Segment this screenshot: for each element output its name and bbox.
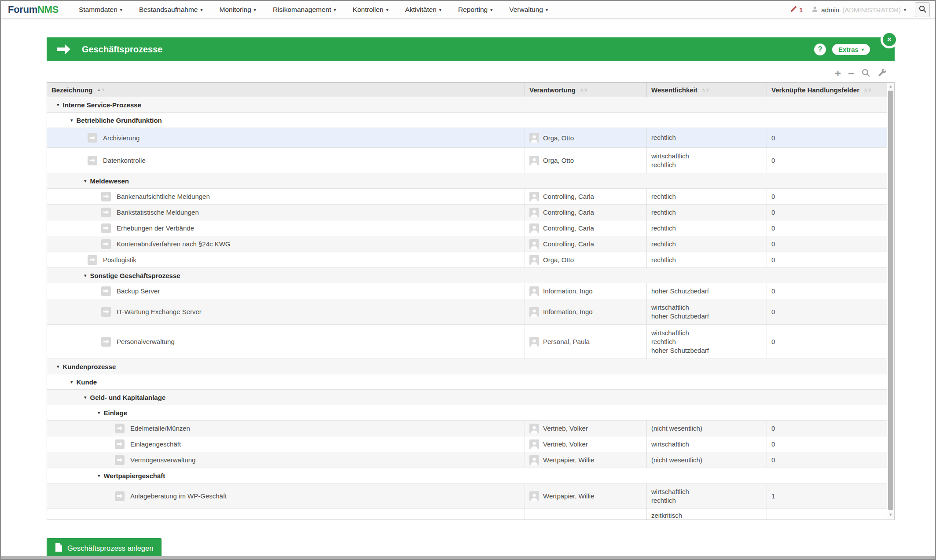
user-menu[interactable]: admin (ADMINISTRATOR) ▾ xyxy=(811,6,906,14)
collapse-caret-icon[interactable]: ▾ xyxy=(70,379,73,385)
scrollbar-thumb[interactable] xyxy=(888,91,893,510)
menu-item-bestandsaufnahme[interactable]: Bestandsaufnahme▾ xyxy=(139,6,203,14)
group-label: Wertpapiergeschäft xyxy=(104,472,165,479)
menu-item-monitoring[interactable]: Monitoring▾ xyxy=(219,6,256,14)
menu-item-label: Aktivitäten xyxy=(405,6,437,14)
process-row[interactable]: DatenkontrolleOrga, Ottowirtschaftlichre… xyxy=(47,148,887,173)
column-header-1[interactable]: Bezeichnung▲▼ xyxy=(47,83,525,97)
process-label[interactable]: Backup Server xyxy=(117,287,160,295)
process-icon xyxy=(101,239,111,249)
expand-all-button[interactable]: + xyxy=(835,69,841,78)
linked-fields-count: 0 xyxy=(771,224,775,232)
collapse-all-button[interactable]: − xyxy=(848,69,854,78)
process-row[interactable]: Anlageberatung im WP-GeschäftWertpapier,… xyxy=(47,483,887,509)
group-row[interactable]: ▾Kundenprozesse xyxy=(47,359,887,374)
process-row[interactable]: Bankenaufsichtliche MeldungenControlling… xyxy=(47,189,887,205)
process-row[interactable]: VermögensverwaltungWertpapier, Willie(ni… xyxy=(47,452,887,468)
group-row[interactable]: ▾Betriebliche Grundfunktion xyxy=(47,113,887,128)
collapse-caret-icon[interactable]: ▾ xyxy=(57,102,59,108)
linked-fields-cell: 0 xyxy=(767,189,887,204)
linked-fields-cell: 0 xyxy=(767,452,887,468)
process-row[interactable]: PostlogistikOrga, Ottorechtlich0 xyxy=(47,252,887,268)
process-label[interactable]: Bankstatistische Meldungen xyxy=(117,209,199,216)
process-label[interactable]: Postlogistik xyxy=(103,256,136,264)
table-settings-button[interactable] xyxy=(877,68,887,79)
help-button[interactable]: ? xyxy=(814,44,826,55)
process-row[interactable]: Bankstatistische MeldungenControlling, C… xyxy=(47,205,887,220)
linked-fields-cell: 0 xyxy=(767,148,887,173)
extras-dropdown-button[interactable]: Extras ▾ xyxy=(832,44,870,55)
menu-item-aktivitäten[interactable]: Aktivitäten▾ xyxy=(405,6,441,14)
app-window: ForumNMS Stammdaten▾Bestandsaufnahme▾Mon… xyxy=(0,0,936,560)
process-label[interactable]: Erhebungen der Verbände xyxy=(117,224,194,232)
collapse-caret-icon[interactable]: ▾ xyxy=(70,117,73,123)
materiality-value: wirtschaftlich xyxy=(651,304,689,311)
responsible-cell: Vertrieb, Volker xyxy=(525,421,646,436)
scroll-up-arrow[interactable]: ▲ xyxy=(887,84,894,88)
menu-item-risikomanagement[interactable]: Risikomanagement▾ xyxy=(273,6,336,14)
linked-fields-count: 0 xyxy=(771,308,775,315)
create-process-button[interactable]: Geschäftsprozess anlegen xyxy=(47,538,162,558)
sort-indicator-icon: ∧∨ xyxy=(864,87,872,93)
chevron-down-icon: ▾ xyxy=(439,7,441,12)
vertical-scrollbar[interactable]: ▲ ▼ xyxy=(887,83,894,520)
collapse-caret-icon[interactable]: ▾ xyxy=(84,178,87,184)
process-row[interactable]: EinlagengeschäftVertrieb, Volkerwirtscha… xyxy=(47,436,887,452)
process-label[interactable]: Datenkontrolle xyxy=(103,157,146,164)
search-icon xyxy=(861,68,870,79)
group-row[interactable]: ▾Meldewesen xyxy=(47,173,887,189)
process-label[interactable]: Edelmetalle/Münzen xyxy=(130,425,190,432)
process-row[interactable]: ArchivierungOrga, Ottorechtlich0 xyxy=(47,128,887,148)
process-label[interactable]: Einlagengeschäft xyxy=(130,440,181,448)
group-row[interactable]: ▾Einlage xyxy=(47,405,887,421)
process-label[interactable]: Vermögensverwaltung xyxy=(130,456,195,464)
process-row[interactable]: IT-Wartung Exchange ServerInformation, I… xyxy=(47,299,887,325)
process-label[interactable]: Kontenabrufverfahren nach §24c KWG xyxy=(117,240,231,248)
process-label[interactable]: IT-Wartung Exchange Server xyxy=(117,308,202,315)
collapse-caret-icon[interactable]: ▾ xyxy=(98,473,100,479)
column-header-3[interactable]: Wesentlichkeit∧∨ xyxy=(646,83,767,97)
process-row[interactable]: Erhebungen der VerbändeControlling, Carl… xyxy=(47,220,887,236)
process-label[interactable]: Bankenaufsichtliche Meldungen xyxy=(117,193,210,200)
materiality-cell: rechtlich xyxy=(646,205,767,220)
table-search-button[interactable] xyxy=(861,68,870,79)
collapse-caret-icon[interactable]: ▾ xyxy=(84,395,87,400)
group-row[interactable]: ▾Kunde xyxy=(47,374,887,390)
collapse-caret-icon[interactable]: ▾ xyxy=(57,364,59,370)
horizontal-scrollbar[interactable] xyxy=(1,556,935,559)
materiality-value: (nicht wesentlich) xyxy=(651,425,702,432)
linked-fields-count: 0 xyxy=(771,209,775,216)
chevron-down-icon: ▾ xyxy=(120,7,122,12)
process-row[interactable]: Kontenabrufverfahren nach §24c KWGContro… xyxy=(47,236,887,252)
process-label[interactable]: Archivierung xyxy=(103,134,139,142)
process-label[interactable]: Anlageberatung im WP-Geschäft xyxy=(130,492,227,500)
process-name-cell: Personalverwaltung xyxy=(47,325,525,359)
collapse-caret-icon[interactable]: ▾ xyxy=(98,410,100,416)
process-row[interactable]: zeitkritisch xyxy=(47,509,887,520)
group-row[interactable]: ▾Sonstige Geschäftsprozesse xyxy=(47,268,887,283)
scroll-down-arrow[interactable]: ▼ xyxy=(887,512,894,517)
collapse-caret-icon[interactable]: ▾ xyxy=(84,273,87,278)
column-header-4[interactable]: Verknüpfte Handlungsfelder∧∨ xyxy=(767,83,887,97)
group-row[interactable]: ▾Geld- und Kapitalanlage xyxy=(47,390,887,405)
logo-part-forum: Forum xyxy=(8,4,37,15)
process-row[interactable]: Backup ServerInformation, Ingohoher Schu… xyxy=(47,283,887,299)
menu-item-reporting[interactable]: Reporting▾ xyxy=(458,6,492,14)
process-icon xyxy=(101,208,111,217)
group-row[interactable]: ▾Interne Service-Prozesse xyxy=(47,97,887,113)
sort-indicator-icon: ▲▼ xyxy=(97,88,106,92)
column-header-2[interactable]: Verantwortung∧∨ xyxy=(525,83,646,97)
global-search-button[interactable] xyxy=(915,2,930,17)
process-row[interactable]: PersonalverwaltungPersonal, Paulawirtsch… xyxy=(47,325,887,359)
process-label[interactable]: Personalverwaltung xyxy=(117,338,175,345)
panel-close-button[interactable]: × xyxy=(881,31,898,48)
responsible-cell: Vertrieb, Volker xyxy=(525,436,646,452)
menu-item-verwaltung[interactable]: Verwaltung▾ xyxy=(509,6,548,14)
menu-item-kontrollen[interactable]: Kontrollen▾ xyxy=(353,6,389,14)
process-row[interactable]: Edelmetalle/MünzenVertrieb, Volker(nicht… xyxy=(47,421,887,436)
pending-edits-indicator[interactable]: 1 xyxy=(789,5,803,15)
chevron-down-icon: ▾ xyxy=(862,47,864,52)
group-row[interactable]: ▾Wertpapiergeschäft xyxy=(47,468,887,483)
app-logo[interactable]: ForumNMS xyxy=(8,4,59,15)
menu-item-stammdaten[interactable]: Stammdaten▾ xyxy=(79,6,122,14)
